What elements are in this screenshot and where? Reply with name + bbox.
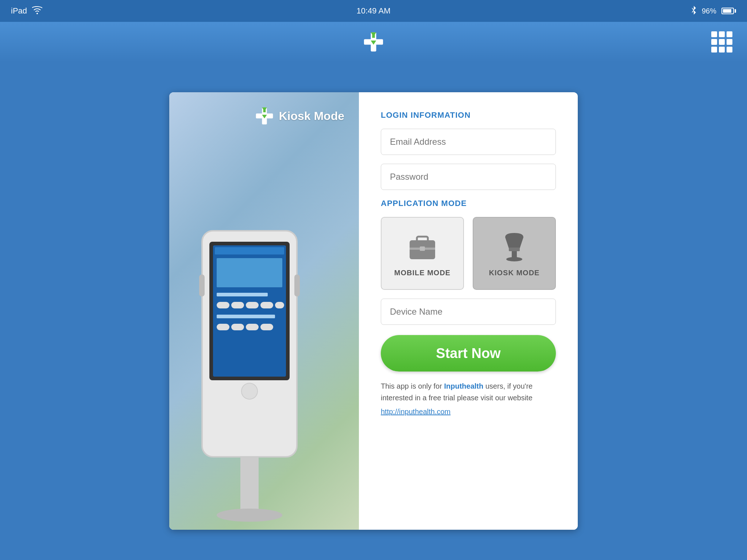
app-mode-section-label: APPLICATION MODE <box>381 199 556 208</box>
svg-rect-20 <box>231 302 244 308</box>
kiosk-mode-button[interactable]: KIOSK MODE <box>473 217 556 290</box>
svg-rect-26 <box>231 324 244 330</box>
svg-rect-22 <box>260 302 273 308</box>
app-mode-buttons: MOBILE MODE KIOSK MODE <box>381 217 556 290</box>
svg-rect-19 <box>217 302 229 308</box>
mobile-mode-button[interactable]: MOBILE MODE <box>381 217 464 290</box>
svg-rect-33 <box>417 237 428 242</box>
svg-rect-35 <box>420 246 425 251</box>
kiosk-mode-label-btn: KIOSK MODE <box>489 269 540 277</box>
svg-rect-10 <box>240 450 259 515</box>
svg-point-29 <box>241 383 258 399</box>
kiosk-illustration <box>180 202 333 522</box>
svg-rect-8 <box>263 108 266 112</box>
main-content: Kiosk Mode <box>0 62 747 560</box>
kiosk-mode-text: Kiosk Mode <box>279 109 344 123</box>
svg-rect-17 <box>217 258 282 287</box>
footer-text: This app is only for Inputhealth users, … <box>381 380 556 417</box>
right-panel: LOGIN INFORMATION APPLICATION MODE <box>359 92 578 530</box>
svg-rect-3 <box>372 32 375 38</box>
email-field[interactable] <box>381 129 556 155</box>
kiosk-mode-label: Kiosk Mode <box>255 107 344 125</box>
login-section-label: LOGIN INFORMATION <box>381 110 556 120</box>
status-left: iPad <box>11 6 42 16</box>
svg-rect-16 <box>215 247 284 254</box>
brand-name: Inputhealth <box>444 382 483 390</box>
grid-menu-icon[interactable] <box>711 31 732 52</box>
svg-point-11 <box>217 509 282 522</box>
svg-rect-25 <box>217 324 229 330</box>
ipad-label: iPad <box>11 6 27 16</box>
device-name-field[interactable] <box>381 299 556 325</box>
status-bar: iPad 10:49 AM 96% <box>0 0 747 22</box>
svg-rect-24 <box>217 315 275 318</box>
start-now-button[interactable]: Start Now <box>381 335 556 372</box>
svg-point-37 <box>506 257 522 261</box>
content-card: Kiosk Mode <box>169 92 578 530</box>
bluetooth-icon <box>691 6 697 16</box>
svg-rect-28 <box>260 324 273 330</box>
svg-rect-38 <box>509 248 520 251</box>
wifi-icon <box>32 6 42 16</box>
login-section: LOGIN INFORMATION <box>381 110 556 120</box>
battery-icon <box>721 8 736 14</box>
top-bar <box>0 22 747 62</box>
password-field[interactable] <box>381 164 556 190</box>
battery-percent: 96% <box>702 7 716 15</box>
website-link[interactable]: http://inputhealth.com <box>381 406 556 417</box>
svg-rect-30 <box>199 275 205 296</box>
status-time: 10:49 AM <box>357 6 391 16</box>
svg-rect-23 <box>275 302 284 308</box>
mobile-mode-label: MOBILE MODE <box>394 269 450 277</box>
status-right: 96% <box>691 6 736 16</box>
svg-rect-21 <box>246 302 259 308</box>
app-mode-label: APPLICATION MODE <box>381 199 556 208</box>
svg-rect-27 <box>246 324 259 330</box>
footer-intro: This app is only for <box>381 382 444 390</box>
svg-rect-18 <box>217 293 268 296</box>
app-logo <box>363 32 384 52</box>
left-panel: Kiosk Mode <box>169 92 359 530</box>
svg-rect-31 <box>294 275 300 296</box>
